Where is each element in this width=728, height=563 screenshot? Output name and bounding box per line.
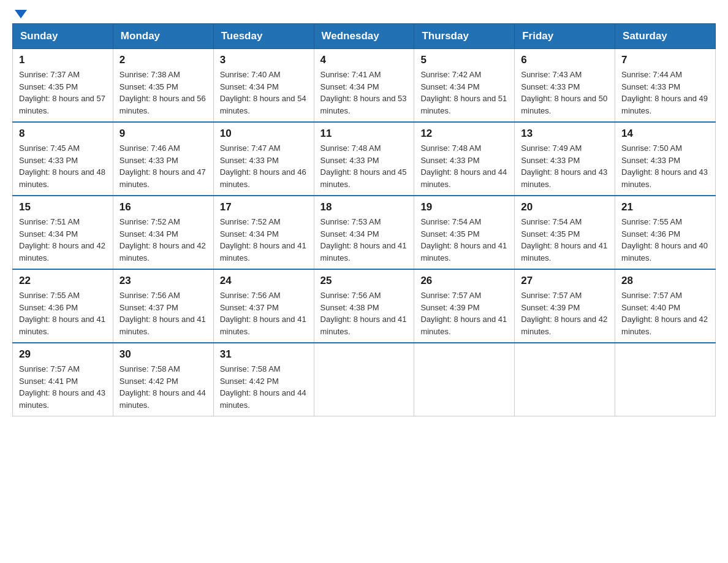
sunset-label: Sunset: 4:40 PM (621, 303, 680, 312)
sunset-label: Sunset: 4:41 PM (19, 377, 78, 386)
sunset-label: Sunset: 4:33 PM (220, 156, 279, 165)
day-number: 8 (19, 128, 107, 140)
daylight-label: Daylight: 8 hours and 44 minutes. (420, 167, 507, 189)
daylight-label: Daylight: 8 hours and 43 minutes. (621, 167, 708, 189)
day-info: Sunrise: 7:55 AM Sunset: 4:36 PM Dayligh… (621, 216, 709, 264)
day-number: 21 (621, 201, 709, 213)
daylight-label: Daylight: 8 hours and 44 minutes. (119, 388, 206, 410)
daylight-label: Daylight: 8 hours and 49 minutes. (621, 94, 708, 115)
day-number: 6 (521, 54, 609, 66)
daylight-label: Daylight: 8 hours and 41 minutes. (320, 315, 407, 336)
sunrise-label: Sunrise: 7:38 AM (119, 70, 180, 79)
sunrise-label: Sunrise: 7:57 AM (19, 364, 80, 373)
day-info: Sunrise: 7:49 AM Sunset: 4:33 PM Dayligh… (521, 142, 609, 190)
day-info: Sunrise: 7:52 AM Sunset: 4:34 PM Dayligh… (119, 216, 207, 264)
sunset-label: Sunset: 4:35 PM (19, 82, 78, 91)
daylight-label: Daylight: 8 hours and 48 minutes. (19, 167, 105, 189)
sunrise-label: Sunrise: 7:49 AM (521, 144, 582, 153)
calendar-week-3: 15 Sunrise: 7:51 AM Sunset: 4:34 PM Dayl… (13, 196, 716, 269)
day-info: Sunrise: 7:57 AM Sunset: 4:39 PM Dayligh… (420, 289, 508, 337)
sunset-label: Sunset: 4:36 PM (621, 229, 680, 239)
sunset-label: Sunset: 4:35 PM (420, 229, 479, 239)
sunrise-label: Sunrise: 7:55 AM (19, 291, 80, 300)
daylight-label: Daylight: 8 hours and 47 minutes. (119, 167, 206, 189)
daylight-label: Daylight: 8 hours and 45 minutes. (320, 167, 407, 189)
day-number: 26 (420, 275, 508, 287)
calendar-cell: 9 Sunrise: 7:46 AM Sunset: 4:33 PM Dayli… (113, 122, 213, 196)
day-number: 10 (220, 128, 308, 140)
daylight-label: Daylight: 8 hours and 42 minutes. (19, 241, 105, 262)
page-header (12, 12, 716, 17)
calendar-cell (615, 343, 716, 416)
calendar-cell: 17 Sunrise: 7:52 AM Sunset: 4:34 PM Dayl… (213, 196, 314, 269)
sunset-label: Sunset: 4:42 PM (220, 377, 279, 386)
daylight-label: Daylight: 8 hours and 40 minutes. (621, 241, 708, 262)
day-info: Sunrise: 7:55 AM Sunset: 4:36 PM Dayligh… (19, 289, 107, 337)
logo-triangle-icon (15, 10, 27, 18)
sunrise-label: Sunrise: 7:44 AM (621, 70, 682, 79)
day-number: 20 (521, 201, 609, 213)
day-number: 31 (220, 348, 308, 361)
calendar-cell: 7 Sunrise: 7:44 AM Sunset: 4:33 PM Dayli… (615, 49, 716, 123)
day-info: Sunrise: 7:46 AM Sunset: 4:33 PM Dayligh… (119, 142, 207, 190)
logo (12, 12, 27, 17)
sunset-label: Sunset: 4:42 PM (119, 377, 178, 386)
calendar-week-2: 8 Sunrise: 7:45 AM Sunset: 4:33 PM Dayli… (13, 122, 716, 196)
calendar-cell: 15 Sunrise: 7:51 AM Sunset: 4:34 PM Dayl… (13, 196, 113, 269)
day-number: 7 (621, 54, 709, 66)
calendar-week-5: 29 Sunrise: 7:57 AM Sunset: 4:41 PM Dayl… (13, 343, 716, 416)
day-info: Sunrise: 7:42 AM Sunset: 4:34 PM Dayligh… (420, 69, 508, 117)
calendar-week-4: 22 Sunrise: 7:55 AM Sunset: 4:36 PM Dayl… (13, 269, 716, 343)
calendar-cell: 27 Sunrise: 7:57 AM Sunset: 4:39 PM Dayl… (515, 269, 615, 343)
day-info: Sunrise: 7:56 AM Sunset: 4:38 PM Dayligh… (320, 289, 408, 337)
day-number: 14 (621, 128, 709, 140)
sunset-label: Sunset: 4:34 PM (19, 229, 78, 239)
day-number: 1 (19, 54, 107, 66)
sunrise-label: Sunrise: 7:58 AM (119, 364, 180, 373)
sunset-label: Sunset: 4:39 PM (521, 303, 580, 312)
calendar-cell: 12 Sunrise: 7:48 AM Sunset: 4:33 PM Dayl… (414, 122, 515, 196)
day-number: 2 (119, 54, 207, 66)
day-info: Sunrise: 7:48 AM Sunset: 4:33 PM Dayligh… (320, 142, 408, 190)
day-info: Sunrise: 7:50 AM Sunset: 4:33 PM Dayligh… (621, 142, 709, 190)
sunrise-label: Sunrise: 7:57 AM (621, 291, 682, 300)
daylight-label: Daylight: 8 hours and 42 minutes. (119, 241, 206, 262)
day-header-sunday: Sunday (13, 24, 113, 49)
calendar-cell: 19 Sunrise: 7:54 AM Sunset: 4:35 PM Dayl… (414, 196, 515, 269)
daylight-label: Daylight: 8 hours and 44 minutes. (220, 388, 306, 410)
day-header-friday: Friday (515, 24, 615, 49)
day-info: Sunrise: 7:57 AM Sunset: 4:41 PM Dayligh… (19, 363, 107, 411)
sunrise-label: Sunrise: 7:57 AM (420, 291, 481, 300)
daylight-label: Daylight: 8 hours and 41 minutes. (420, 315, 507, 336)
daylight-label: Daylight: 8 hours and 41 minutes. (220, 241, 306, 262)
calendar-cell: 25 Sunrise: 7:56 AM Sunset: 4:38 PM Dayl… (314, 269, 414, 343)
daylight-label: Daylight: 8 hours and 42 minutes. (521, 315, 607, 336)
sunrise-label: Sunrise: 7:56 AM (119, 291, 180, 300)
daylight-label: Daylight: 8 hours and 42 minutes. (621, 315, 708, 336)
day-info: Sunrise: 7:47 AM Sunset: 4:33 PM Dayligh… (220, 142, 308, 190)
day-info: Sunrise: 7:54 AM Sunset: 4:35 PM Dayligh… (420, 216, 508, 264)
sunset-label: Sunset: 4:34 PM (320, 82, 379, 91)
sunrise-label: Sunrise: 7:45 AM (19, 144, 80, 153)
calendar-cell: 26 Sunrise: 7:57 AM Sunset: 4:39 PM Dayl… (414, 269, 515, 343)
calendar-cell: 13 Sunrise: 7:49 AM Sunset: 4:33 PM Dayl… (515, 122, 615, 196)
day-number: 24 (220, 275, 308, 287)
day-info: Sunrise: 7:56 AM Sunset: 4:37 PM Dayligh… (220, 289, 308, 337)
day-info: Sunrise: 7:38 AM Sunset: 4:35 PM Dayligh… (119, 69, 207, 117)
sunset-label: Sunset: 4:33 PM (420, 156, 479, 165)
day-number: 27 (521, 275, 609, 287)
calendar-cell: 31 Sunrise: 7:58 AM Sunset: 4:42 PM Dayl… (213, 343, 314, 416)
day-info: Sunrise: 7:40 AM Sunset: 4:34 PM Dayligh… (220, 69, 308, 117)
day-info: Sunrise: 7:57 AM Sunset: 4:40 PM Dayligh… (621, 289, 709, 337)
sunrise-label: Sunrise: 7:53 AM (320, 217, 381, 226)
calendar-body: 1 Sunrise: 7:37 AM Sunset: 4:35 PM Dayli… (13, 49, 716, 416)
day-info: Sunrise: 7:53 AM Sunset: 4:34 PM Dayligh… (320, 216, 408, 264)
day-info: Sunrise: 7:52 AM Sunset: 4:34 PM Dayligh… (220, 216, 308, 264)
day-number: 4 (320, 54, 408, 66)
day-number: 28 (621, 275, 709, 287)
sunset-label: Sunset: 4:39 PM (420, 303, 479, 312)
day-number: 29 (19, 348, 107, 361)
calendar-cell: 24 Sunrise: 7:56 AM Sunset: 4:37 PM Dayl… (213, 269, 314, 343)
calendar-cell: 2 Sunrise: 7:38 AM Sunset: 4:35 PM Dayli… (113, 49, 213, 123)
sunset-label: Sunset: 4:35 PM (119, 82, 178, 91)
